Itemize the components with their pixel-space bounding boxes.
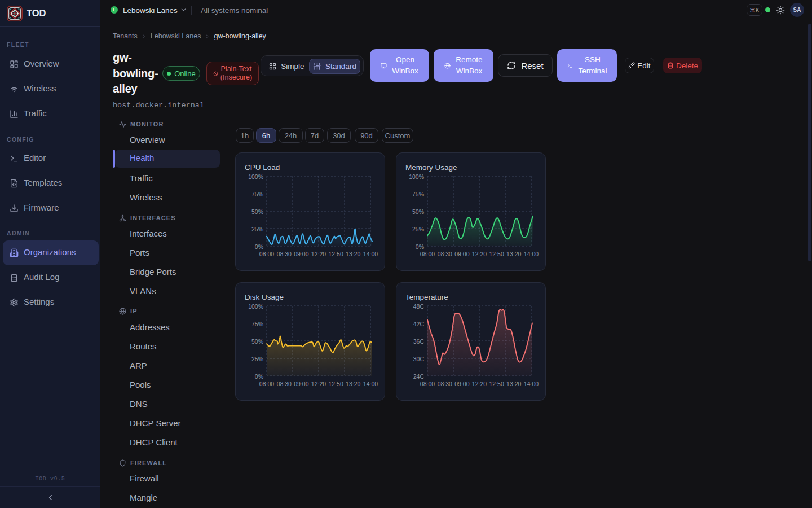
svg-text:12:50: 12:50 [328, 380, 343, 387]
svg-text:09:00: 09:00 [294, 380, 308, 387]
svg-text:14:00: 14:00 [524, 380, 539, 387]
svg-text:09:00: 09:00 [294, 251, 308, 257]
svg-text:42C: 42C [413, 321, 425, 327]
svg-text:48C: 48C [413, 303, 425, 310]
svg-text:12:20: 12:20 [472, 380, 487, 387]
svg-text:08:00: 08:00 [259, 251, 274, 257]
svg-text:14:00: 14:00 [524, 251, 539, 257]
svg-text:09:00: 09:00 [454, 380, 469, 387]
svg-text:14:00: 14:00 [363, 251, 378, 257]
svg-text:13:20: 13:20 [346, 380, 360, 387]
svg-text:50%: 50% [412, 208, 424, 215]
svg-text:08:30: 08:30 [277, 380, 292, 387]
svg-text:12:20: 12:20 [472, 251, 487, 257]
svg-text:08:30: 08:30 [277, 251, 292, 257]
svg-text:100%: 100% [248, 303, 263, 310]
svg-text:09:00: 09:00 [454, 251, 469, 257]
svg-text:50%: 50% [251, 208, 263, 215]
svg-text:50%: 50% [251, 338, 263, 345]
svg-text:12:50: 12:50 [489, 380, 504, 387]
svg-text:0%: 0% [255, 373, 263, 380]
svg-text:24C: 24C [413, 373, 425, 380]
svg-text:12:50: 12:50 [328, 251, 343, 257]
svg-text:36C: 36C [413, 338, 425, 345]
svg-text:13:20: 13:20 [506, 251, 521, 257]
svg-text:75%: 75% [412, 191, 424, 198]
svg-text:13:20: 13:20 [506, 380, 521, 387]
svg-text:25%: 25% [251, 356, 263, 362]
svg-text:12:20: 12:20 [311, 251, 326, 257]
svg-text:08:00: 08:00 [259, 380, 274, 387]
svg-text:30C: 30C [413, 356, 425, 362]
svg-text:0%: 0% [255, 243, 263, 250]
svg-text:08:00: 08:00 [420, 251, 435, 257]
svg-text:25%: 25% [412, 226, 424, 233]
svg-text:08:30: 08:30 [438, 380, 452, 387]
svg-text:14:00: 14:00 [363, 380, 378, 387]
svg-text:0%: 0% [416, 243, 424, 250]
svg-text:12:50: 12:50 [489, 251, 504, 257]
svg-text:75%: 75% [251, 191, 263, 198]
svg-text:25%: 25% [251, 226, 263, 233]
svg-text:08:30: 08:30 [438, 251, 452, 257]
svg-text:100%: 100% [248, 173, 263, 180]
svg-text:100%: 100% [409, 173, 424, 180]
svg-text:13:20: 13:20 [346, 251, 360, 257]
svg-text:08:00: 08:00 [420, 380, 435, 387]
svg-text:75%: 75% [251, 321, 263, 327]
svg-text:12:20: 12:20 [311, 380, 326, 387]
